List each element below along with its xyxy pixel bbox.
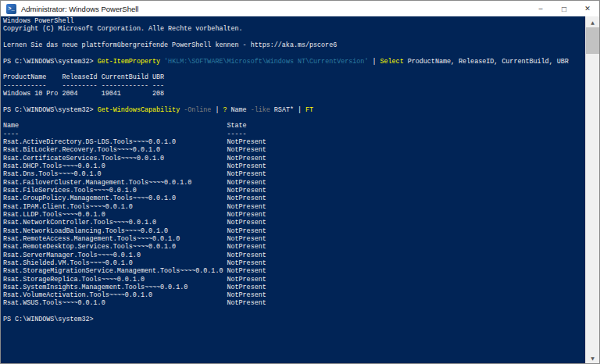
terminal-line: Rsat.CertificateServices.Tools~~~~0.0.1.… [3,155,585,162]
terminal-line [3,49,585,57]
terminal-line: Rsat.SystemInsights.Management.Tools~~~~… [3,284,585,291]
terminal-line [3,114,585,122]
terminal-line: Rsat.LLDP.Tools~~~~0.0.1.0 NotPresent [3,211,585,219]
terminal-line: Rsat.IPAM.Client.Tools~~~~0.0.1.0 NotPre… [3,203,585,211]
terminal-line: Name State [3,122,585,130]
terminal-line: Rsat.WSUS.Tools~~~~0.0.1.0 NotPresent [3,299,585,307]
terminal-line: Rsat.NetworkController.Tools~~~~0.0.1.0 … [3,219,585,227]
powershell-icon[interactable]: >_ [6,4,16,14]
terminal-line: PS C:\WINDOWS\system32> Get-ItemProperty… [3,58,585,66]
terminal-line: Rsat.VolumeActivation.Tools~~~~0.0.1.0 N… [3,291,585,299]
terminal-line: Lernen Sie das neue plattformübergreifen… [3,41,585,49]
scroll-down-icon[interactable]: ▼ [586,352,599,363]
scroll-up-icon[interactable]: ▲ [586,16,599,27]
close-button[interactable]: ✕ [576,1,599,16]
terminal-line: Windows PowerShell [3,17,585,25]
terminal-line: PS C:\WINDOWS\system32> [3,316,585,323]
terminal-line: Rsat.RemoteAccess.Management.Tools~~~~0.… [3,235,585,243]
terminal-line: Rsat.StorageReplica.Tools~~~~0.0.1.0 Not… [3,276,585,284]
titlebar: >_ Administrator: Windows PowerShell – □… [1,1,599,17]
terminal-line: Copyright (C) Microsoft Corporation. All… [3,25,585,33]
terminal-line: Rsat.ActiveDirectory.DS-LDS.Tools~~~~0.0… [3,138,585,146]
maximize-button[interactable]: □ [552,1,576,16]
terminal-line: Rsat.Dns.Tools~~~~0.0.1.0 NotPresent [3,170,585,178]
scrollbar[interactable]: ▲ ▼ [585,16,599,363]
terminal-line: Rsat.NetworkLoadBalancing.Tools~~~~0.0.1… [3,227,585,235]
terminal-line [3,66,585,73]
window-controls: – □ ✕ [529,1,599,16]
minimize-button[interactable]: – [529,1,552,16]
powershell-window: >_ Administrator: Windows PowerShell – □… [0,0,600,364]
terminal-line: Rsat.GroupPolicy.Management.Tools~~~~0.0… [3,194,585,202]
terminal-line: Rsat.StorageMigrationService.Management.… [3,267,585,275]
terminal-line: ProductName ReleaseId CurrentBuild UBR [3,73,585,81]
terminal-line [3,98,585,105]
scrollbar-track[interactable] [586,27,599,352]
terminal-line [3,308,585,316]
terminal-line: Rsat.FileServices.Tools~~~~0.0.1.0 NotPr… [3,187,585,194]
terminal-line: Rsat.FailoverCluster.Management.Tools~~~… [3,179,585,187]
terminal-line: Rsat.ServerManager.Tools~~~~0.0.1.0 NotP… [3,252,585,259]
terminal-line: Rsat.BitLocker.Recovery.Tools~~~~0.0.1.0… [3,146,585,154]
terminal-line: Rsat.DHCP.Tools~~~~0.0.1.0 NotPresent [3,162,585,170]
console: Windows PowerShellCopyright (C) Microsof… [1,16,599,363]
scrollbar-thumb[interactable] [586,27,599,54]
terminal-line: Rsat.Shielded.VM.Tools~~~~0.0.1.0 NotPre… [3,259,585,267]
terminal-line: Rsat.RemoteDesktop.Services.Tools~~~~0.0… [3,243,585,251]
console-lines[interactable]: Windows PowerShellCopyright (C) Microsof… [1,16,585,363]
terminal-line: ---- ----- [3,130,585,138]
window-title: Administrator: Windows PowerShell [21,5,529,13]
terminal-line [3,34,585,41]
terminal-line: ----------- --------- ------------ --- [3,82,585,90]
terminal-line: Windows 10 Pro 2004 19041 208 [3,90,585,98]
terminal-line: PS C:\WINDOWS\system32> Get-WindowsCapab… [3,106,585,114]
